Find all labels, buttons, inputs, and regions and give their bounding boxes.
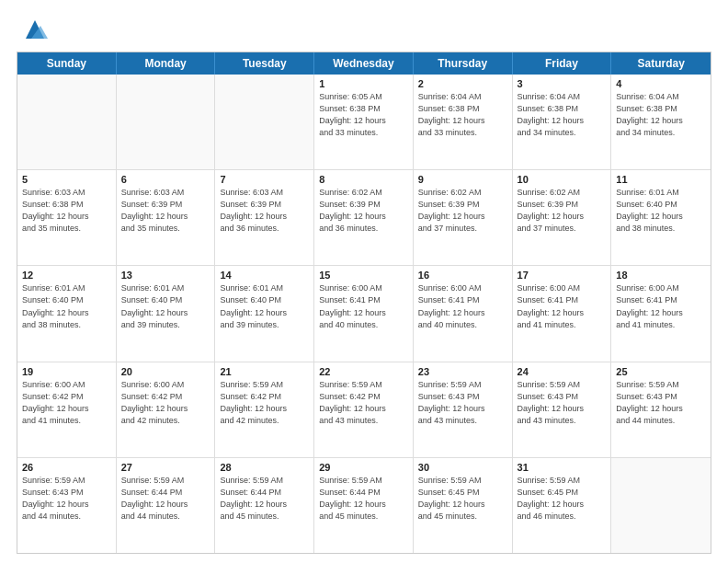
calendar-cell: 1Sunrise: 6:05 AM Sunset: 6:38 PM Daylig… [314,75,414,169]
day-number: 18 [616,270,706,281]
calendar-cell: 19Sunrise: 6:00 AM Sunset: 6:42 PM Dayli… [17,362,117,457]
day-number: 23 [418,366,507,377]
calendar-cell [611,458,711,553]
logo [17,17,48,42]
day-number: 7 [220,174,309,185]
day-number: 29 [319,462,408,473]
day-number: 5 [22,174,111,185]
cell-info: Sunrise: 6:04 AM Sunset: 6:38 PM Dayligh… [518,91,607,139]
day-number: 6 [121,174,210,185]
cell-info: Sunrise: 6:01 AM Sunset: 6:40 PM Dayligh… [121,282,210,330]
calendar: SundayMondayTuesdayWednesdayThursdayFrid… [17,52,711,554]
calendar-cell: 16Sunrise: 6:00 AM Sunset: 6:41 PM Dayli… [414,266,513,361]
calendar-cell [215,75,314,169]
header-day-monday: Monday [117,52,216,75]
calendar-cell: 8Sunrise: 6:02 AM Sunset: 6:39 PM Daylig… [314,170,414,265]
calendar-cell: 3Sunrise: 6:04 AM Sunset: 6:38 PM Daylig… [513,75,612,169]
cell-info: Sunrise: 6:04 AM Sunset: 6:38 PM Dayligh… [616,91,706,139]
calendar-cell: 5Sunrise: 6:03 AM Sunset: 6:38 PM Daylig… [17,170,117,265]
calendar-cell: 14Sunrise: 6:01 AM Sunset: 6:40 PM Dayli… [215,266,314,361]
cell-info: Sunrise: 6:02 AM Sunset: 6:39 PM Dayligh… [418,187,507,235]
page: SundayMondayTuesdayWednesdayThursdayFrid… [0,0,728,563]
cell-info: Sunrise: 6:00 AM Sunset: 6:42 PM Dayligh… [121,379,210,427]
cell-info: Sunrise: 5:59 AM Sunset: 6:43 PM Dayligh… [418,379,507,427]
header-day-sunday: Sunday [17,52,117,75]
cell-info: Sunrise: 6:01 AM Sunset: 6:40 PM Dayligh… [220,282,309,330]
day-number: 2 [418,78,507,89]
calendar-cell: 10Sunrise: 6:02 AM Sunset: 6:39 PM Dayli… [513,170,612,265]
cell-info: Sunrise: 5:59 AM Sunset: 6:44 PM Dayligh… [121,475,210,523]
day-number: 27 [121,462,210,473]
calendar-cell: 26Sunrise: 5:59 AM Sunset: 6:43 PM Dayli… [17,458,117,553]
calendar-cell: 15Sunrise: 6:00 AM Sunset: 6:41 PM Dayli… [314,266,414,361]
day-number: 13 [121,270,210,281]
calendar-cell: 17Sunrise: 6:00 AM Sunset: 6:41 PM Dayli… [513,266,612,361]
day-number: 14 [220,270,309,281]
day-number: 15 [319,270,408,281]
cell-info: Sunrise: 6:03 AM Sunset: 6:38 PM Dayligh… [22,187,111,235]
logo-icon [22,17,48,42]
calendar-row-2: 5Sunrise: 6:03 AM Sunset: 6:38 PM Daylig… [17,169,711,265]
day-number: 17 [518,270,607,281]
cell-info: Sunrise: 6:00 AM Sunset: 6:41 PM Dayligh… [319,282,408,330]
calendar-row-4: 19Sunrise: 6:00 AM Sunset: 6:42 PM Dayli… [17,362,711,457]
cell-info: Sunrise: 5:59 AM Sunset: 6:45 PM Dayligh… [418,475,507,523]
calendar-body: 1Sunrise: 6:05 AM Sunset: 6:38 PM Daylig… [17,75,711,553]
calendar-cell: 25Sunrise: 5:59 AM Sunset: 6:43 PM Dayli… [611,362,711,457]
calendar-row-5: 26Sunrise: 5:59 AM Sunset: 6:43 PM Dayli… [17,457,711,553]
cell-info: Sunrise: 6:01 AM Sunset: 6:40 PM Dayligh… [22,282,111,330]
calendar-row-1: 1Sunrise: 6:05 AM Sunset: 6:38 PM Daylig… [17,75,711,169]
cell-info: Sunrise: 5:59 AM Sunset: 6:42 PM Dayligh… [220,379,309,427]
day-number: 10 [518,174,607,185]
day-number: 20 [121,366,210,377]
calendar-cell: 21Sunrise: 5:59 AM Sunset: 6:42 PM Dayli… [215,362,314,457]
cell-info: Sunrise: 5:59 AM Sunset: 6:44 PM Dayligh… [319,475,408,523]
calendar-cell: 29Sunrise: 5:59 AM Sunset: 6:44 PM Dayli… [314,458,414,553]
calendar-cell: 2Sunrise: 6:04 AM Sunset: 6:38 PM Daylig… [414,75,513,169]
calendar-cell: 6Sunrise: 6:03 AM Sunset: 6:39 PM Daylig… [117,170,216,265]
calendar-cell: 28Sunrise: 5:59 AM Sunset: 6:44 PM Dayli… [215,458,314,553]
calendar-cell: 7Sunrise: 6:03 AM Sunset: 6:39 PM Daylig… [215,170,314,265]
calendar-cell [117,75,216,169]
day-number: 9 [418,174,507,185]
cell-info: Sunrise: 6:02 AM Sunset: 6:39 PM Dayligh… [319,187,408,235]
header-day-saturday: Saturday [611,52,711,75]
day-number: 24 [518,366,607,377]
calendar-cell: 9Sunrise: 6:02 AM Sunset: 6:39 PM Daylig… [414,170,513,265]
calendar-header-row: SundayMondayTuesdayWednesdayThursdayFrid… [17,52,711,75]
calendar-cell: 11Sunrise: 6:01 AM Sunset: 6:40 PM Dayli… [611,170,711,265]
calendar-cell: 18Sunrise: 6:00 AM Sunset: 6:41 PM Dayli… [611,266,711,361]
day-number: 26 [22,462,111,473]
calendar-cell: 24Sunrise: 5:59 AM Sunset: 6:43 PM Dayli… [513,362,612,457]
calendar-cell: 20Sunrise: 6:00 AM Sunset: 6:42 PM Dayli… [117,362,216,457]
cell-info: Sunrise: 6:00 AM Sunset: 6:42 PM Dayligh… [22,379,111,427]
calendar-cell: 31Sunrise: 5:59 AM Sunset: 6:45 PM Dayli… [513,458,612,553]
header-day-friday: Friday [513,52,612,75]
cell-info: Sunrise: 5:59 AM Sunset: 6:44 PM Dayligh… [220,475,309,523]
day-number: 31 [518,462,607,473]
calendar-cell: 4Sunrise: 6:04 AM Sunset: 6:38 PM Daylig… [611,75,711,169]
cell-info: Sunrise: 5:59 AM Sunset: 6:45 PM Dayligh… [518,475,607,523]
cell-info: Sunrise: 5:59 AM Sunset: 6:43 PM Dayligh… [616,379,706,427]
cell-info: Sunrise: 6:00 AM Sunset: 6:41 PM Dayligh… [418,282,507,330]
header-day-tuesday: Tuesday [215,52,314,75]
cell-info: Sunrise: 6:00 AM Sunset: 6:41 PM Dayligh… [616,282,706,330]
calendar-cell: 30Sunrise: 5:59 AM Sunset: 6:45 PM Dayli… [414,458,513,553]
day-number: 4 [616,78,706,89]
day-number: 11 [616,174,706,185]
calendar-cell: 22Sunrise: 5:59 AM Sunset: 6:42 PM Dayli… [314,362,414,457]
calendar-row-3: 12Sunrise: 6:01 AM Sunset: 6:40 PM Dayli… [17,265,711,361]
day-number: 22 [319,366,408,377]
cell-info: Sunrise: 6:03 AM Sunset: 6:39 PM Dayligh… [121,187,210,235]
day-number: 25 [616,366,706,377]
day-number: 30 [418,462,507,473]
cell-info: Sunrise: 6:04 AM Sunset: 6:38 PM Dayligh… [418,91,507,139]
calendar-cell: 12Sunrise: 6:01 AM Sunset: 6:40 PM Dayli… [17,266,117,361]
day-number: 12 [22,270,111,281]
day-number: 1 [319,78,408,89]
calendar-cell [17,75,117,169]
day-number: 8 [319,174,408,185]
day-number: 28 [220,462,309,473]
cell-info: Sunrise: 6:03 AM Sunset: 6:39 PM Dayligh… [220,187,309,235]
cell-info: Sunrise: 5:59 AM Sunset: 6:43 PM Dayligh… [22,475,111,523]
